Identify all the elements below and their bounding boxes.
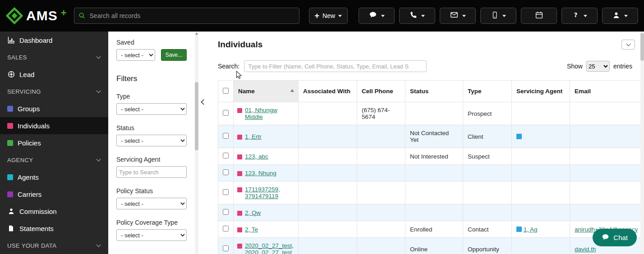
row-checkbox[interactable] <box>223 110 229 116</box>
column-header-email[interactable]: Email <box>570 81 644 102</box>
filter-input-servicing-agent[interactable] <box>116 166 187 178</box>
filter-select-policy-coverage-type[interactable]: - select - <box>116 229 187 241</box>
sidebar-item-commission[interactable]: Commission <box>0 203 108 220</box>
select-all-checkbox[interactable] <box>223 88 229 94</box>
record-name-link[interactable]: 01, Nhungw Middle <box>245 107 294 120</box>
carriers-color-square <box>7 191 13 197</box>
chevron-down-icon <box>97 157 101 161</box>
calendar-button[interactable] <box>521 8 557 24</box>
chevron-down-icon <box>462 15 466 17</box>
column-header-status[interactable]: Status <box>405 81 463 102</box>
column-header-associated-with[interactable]: Associated With <box>299 81 357 102</box>
row-checkbox[interactable] <box>223 209 229 215</box>
row-checkbox[interactable] <box>223 133 229 139</box>
sidebar-section-label: SERVICING <box>7 88 41 95</box>
chat-button[interactable]: Chat <box>593 229 637 246</box>
chevron-down-icon <box>624 15 628 17</box>
sidebar-section-servicing[interactable]: SERVICING <box>0 83 108 100</box>
status-cell <box>405 181 463 204</box>
column-header-servicing-agent[interactable]: Servicing Agent <box>512 81 570 102</box>
servicing-agent-cell <box>512 102 570 125</box>
sidebar-item-label: Commission <box>19 208 57 215</box>
app-logo[interactable]: AMS + <box>6 7 67 24</box>
collapse-filters-icon[interactable] <box>201 99 207 105</box>
sidebar-item-lead[interactable]: Lead <box>0 66 108 83</box>
help-button[interactable]: ? <box>561 8 598 24</box>
sidebar-item-policies[interactable]: Policies <box>0 134 108 151</box>
table-header-row: NameAssociated WithCell PhoneStatusTypeS… <box>218 81 644 102</box>
status-cell: Online <box>405 238 463 254</box>
type-cell: Contact <box>463 221 512 238</box>
saved-select[interactable]: - select - <box>116 49 155 61</box>
column-header-cell-phone[interactable]: Cell Phone <box>357 81 405 102</box>
page-size-select[interactable]: 25 <box>586 61 610 72</box>
filter-group-type: Type- select - <box>116 93 187 115</box>
chevron-down-icon <box>97 88 101 93</box>
column-header-name[interactable]: Name <box>234 81 299 102</box>
record-name-link[interactable]: 1711937259, 3791479119 <box>245 186 294 200</box>
sidebar-item-label: Individuals <box>18 122 50 130</box>
chat-bubble-icon <box>602 233 609 242</box>
email-link[interactable]: david.th <box>575 246 596 253</box>
chevron-down-icon <box>381 15 385 17</box>
sidebar-item-carriers[interactable]: Carriers <box>0 186 108 203</box>
table-search-input[interactable] <box>244 60 427 72</box>
user-button[interactable] <box>602 8 638 24</box>
filter-select-policy-status[interactable]: - select - <box>116 198 187 209</box>
sidebar-section-label: AGENCY <box>7 157 33 163</box>
sidebar-item-agents[interactable]: Agents <box>0 168 108 186</box>
column-label: Servicing Agent <box>516 88 562 95</box>
phone-button[interactable] <box>399 8 435 24</box>
sidebar-section-sales[interactable]: SALES <box>0 49 108 66</box>
record-color-square <box>237 154 242 159</box>
chevron-down-icon <box>421 15 425 17</box>
window-scrollbar-thumb[interactable] <box>640 33 644 61</box>
mobile-button[interactable] <box>480 8 516 24</box>
save-button[interactable]: Save... <box>161 49 187 61</box>
sidebar-item-dashboard[interactable]: Dashboard <box>0 32 108 49</box>
sidebar-item-groups[interactable]: Groups <box>0 100 108 117</box>
new-button[interactable]: + New <box>309 8 348 24</box>
record-name-link[interactable]: 1, Ertr <box>245 133 262 140</box>
sidebar-item-statements[interactable]: Statements <box>0 220 108 237</box>
main-panel: Individuals Search: Show 25 entries Name… <box>198 32 644 254</box>
panel-collapse-button[interactable] <box>621 40 635 50</box>
status-cell <box>405 102 463 125</box>
record-name-link[interactable]: 123, Nhung <box>245 170 276 177</box>
sidebar-section-use-your-data[interactable]: USE YOUR DATA <box>0 237 108 254</box>
sidebar-section-agency[interactable]: AGENCY <box>0 151 108 168</box>
row-checkbox[interactable] <box>223 189 229 195</box>
record-name-link[interactable]: 123, abc <box>245 153 268 160</box>
associated-with-cell <box>299 148 357 165</box>
column-header-type[interactable]: Type <box>463 81 512 102</box>
column-label: Email <box>575 88 591 95</box>
global-search-input[interactable] <box>74 8 299 24</box>
associated-with-cell <box>299 102 357 125</box>
window-scrollbar[interactable] <box>640 32 644 254</box>
row-checkbox[interactable] <box>223 153 229 159</box>
row-checkbox[interactable] <box>223 245 229 251</box>
table-row: 1711937259, 3791479119 <box>218 181 644 204</box>
filter-select-status[interactable]: - select - <box>116 135 187 146</box>
agent-link[interactable]: 1, Ag <box>524 226 538 233</box>
filter-select-type[interactable]: - select - <box>116 103 187 115</box>
filter-label: Type <box>116 93 187 100</box>
row-select-cell <box>218 165 234 181</box>
sidebar-item-label: Dashboard <box>19 36 52 44</box>
row-checkbox[interactable] <box>223 169 229 175</box>
column-label: Cell Phone <box>362 88 393 95</box>
column-label: Name <box>238 88 255 95</box>
mail-button[interactable] <box>440 8 476 24</box>
sidebar-item-individuals[interactable]: Individuals <box>0 117 108 134</box>
filter-groups: Type- select -Status- select -Servicing … <box>116 93 187 241</box>
row-checkbox[interactable] <box>223 226 229 231</box>
filters-scrollbar-thumb[interactable] <box>195 82 198 150</box>
chat-button[interactable] <box>359 8 395 24</box>
record-name-link[interactable]: 2, Te <box>245 226 258 233</box>
new-button-label: New <box>322 12 335 19</box>
groups-color-square <box>7 106 13 112</box>
cell-phone-cell <box>357 165 405 181</box>
record-name-link[interactable]: 2, Qw <box>245 209 261 216</box>
record-name-link[interactable]: 2020_02_27_test, 2020_02_27_test <box>245 242 294 254</box>
filters-scrollbar[interactable] <box>195 32 198 254</box>
